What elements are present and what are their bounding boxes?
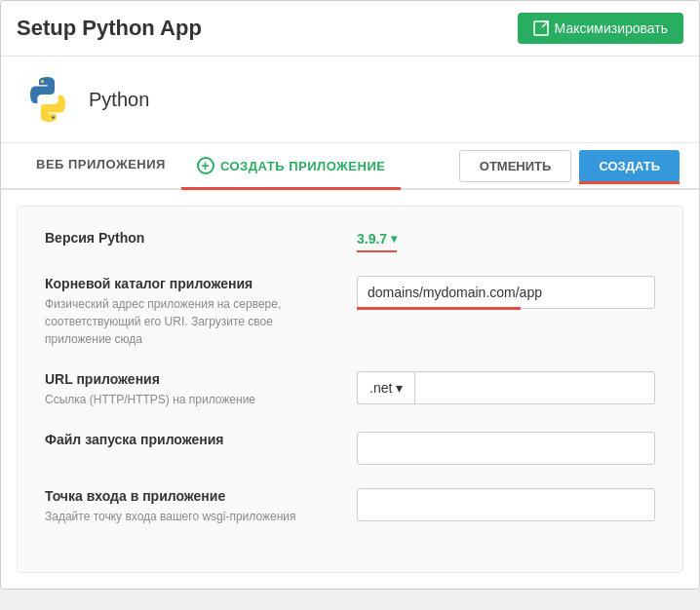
setup-python-app-window: Setup Python App Максимизировать Python …	[0, 0, 700, 590]
app-url-label-col: URL приложения Ссылка (HTTP/HTTPS) на пр…	[45, 371, 357, 408]
python-version-row: Версия Python 3.9.7 ▾	[45, 230, 655, 252]
startup-file-row: Файл запуска приложения	[45, 432, 655, 465]
tabs-row: ВЕБ ПРИЛОЖЕНИЯ + СОЗДАТЬ ПРИЛОЖЕНИЕ ОТМЕ…	[1, 143, 699, 190]
form-area: Версия Python 3.9.7 ▾ Корневой каталог п…	[17, 206, 683, 573]
python-logo-icon	[20, 72, 75, 127]
app-url-control: .net ▾	[357, 371, 655, 404]
version-caret-icon: ▾	[391, 232, 397, 246]
entry-point-row: Точка входа в приложение Задайте точку в…	[45, 488, 655, 525]
entry-point-input[interactable]	[357, 488, 655, 521]
startup-file-label-col: Файл запуска приложения	[45, 432, 357, 451]
tabs-actions: ОТМЕНИТЬ СОЗДАТЬ	[459, 150, 680, 182]
tab-create-app[interactable]: + СОЗДАТЬ ПРИЛОЖЕНИЕ	[181, 143, 401, 188]
create-button[interactable]: СОЗДАТЬ	[579, 150, 680, 182]
python-version-label: Версия Python	[45, 230, 337, 246]
python-version-dropdown[interactable]: 3.9.7 ▾	[357, 231, 397, 252]
app-root-row: Корневой каталог приложения Физический а…	[45, 276, 655, 348]
entry-point-control	[357, 488, 655, 521]
app-root-label-col: Корневой каталог приложения Физический а…	[45, 276, 357, 348]
app-url-row: URL приложения Ссылка (HTTP/HTTPS) на пр…	[45, 371, 655, 408]
app-root-hint: Физический адрес приложения на сервере, …	[45, 295, 337, 348]
url-row: .net ▾	[357, 371, 655, 404]
brand-name: Python	[89, 89, 149, 111]
app-url-hint: Ссылка (HTTP/HTTPS) на приложение	[45, 391, 337, 408]
cancel-button[interactable]: ОТМЕНИТЬ	[459, 150, 572, 182]
startup-file-control	[357, 432, 655, 465]
startup-file-input[interactable]	[357, 432, 655, 465]
app-root-control	[357, 276, 655, 309]
maximize-icon	[533, 20, 549, 36]
tab-web-apps[interactable]: ВЕБ ПРИЛОЖЕНИЯ	[20, 143, 181, 188]
svg-point-3	[52, 116, 55, 119]
entry-point-hint: Задайте точку входа вашего wsgi-приложен…	[45, 508, 337, 525]
url-ext-dropdown[interactable]: .net ▾	[357, 371, 414, 404]
svg-line-1	[542, 21, 548, 27]
python-version-control: 3.9.7 ▾	[357, 230, 655, 252]
entry-point-label-col: Точка входа в приложение Задайте точку в…	[45, 488, 357, 525]
entry-point-label: Точка входа в приложение	[45, 488, 337, 504]
header: Setup Python App Максимизировать	[1, 1, 699, 57]
python-version-label-col: Версия Python	[45, 230, 357, 249]
url-text-input[interactable]	[414, 371, 655, 404]
app-url-label: URL приложения	[45, 371, 337, 387]
maximize-button[interactable]: Максимизировать	[518, 13, 683, 44]
tabs-left: ВЕБ ПРИЛОЖЕНИЯ + СОЗДАТЬ ПРИЛОЖЕНИЕ	[20, 143, 401, 188]
window-title: Setup Python App	[17, 16, 202, 41]
app-root-input[interactable]	[357, 276, 655, 309]
startup-file-label: Файл запуска приложения	[45, 432, 337, 447]
app-root-label: Корневой каталог приложения	[45, 276, 337, 291]
brand-bar: Python	[1, 57, 699, 143]
app-root-input-wrapper	[357, 276, 655, 309]
url-ext-caret-icon: ▾	[396, 380, 403, 396]
plus-icon: +	[197, 157, 214, 174]
svg-point-2	[41, 80, 44, 83]
